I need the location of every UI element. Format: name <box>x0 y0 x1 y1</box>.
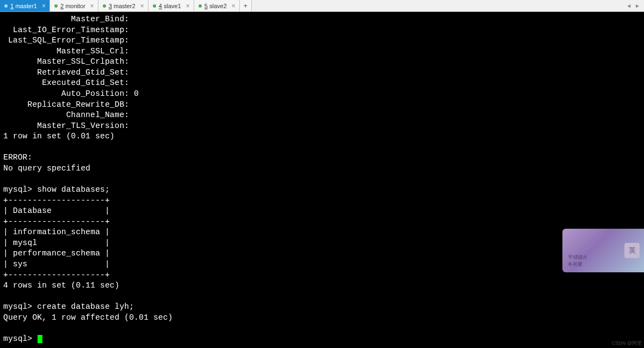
tab-label: 3 master2 <box>109 3 135 9</box>
status-dot-icon <box>4 4 8 8</box>
status-dot-icon <box>199 4 202 8</box>
ime-indicator[interactable]: 英 <box>624 243 640 258</box>
close-icon[interactable]: × <box>184 2 191 10</box>
error-message: No query specified <box>3 164 90 173</box>
badge-text: 半城烟火冬初夏 <box>568 254 587 268</box>
tab-label: 2 monitor <box>60 3 85 9</box>
tab-prev-icon[interactable]: ◄ <box>624 3 633 9</box>
tab-label: 5 slave2 <box>205 3 227 9</box>
cursor-icon <box>38 335 42 343</box>
close-icon[interactable]: × <box>230 2 237 10</box>
replication-status: Master_Bind: Last_IO_Error_Timestamp: La… <box>3 15 139 130</box>
rows-in-set: 4 rows in set (0.11 sec) <box>3 281 120 290</box>
watermark: CSDN @阿里 <box>612 340 642 347</box>
tab-label: 1 master1 <box>10 3 37 9</box>
mysql-prompt-show-databases: mysql> show databases; <box>3 185 110 194</box>
tab-monitor[interactable]: 2 monitor × <box>50 0 98 11</box>
close-icon[interactable]: × <box>139 2 146 10</box>
status-dot-icon <box>153 4 156 8</box>
tab-master1[interactable]: 1 master1 × <box>0 0 50 11</box>
databases-table: +--------------------+ | Database | +---… <box>3 196 110 279</box>
close-icon[interactable]: × <box>89 2 96 10</box>
close-icon[interactable]: × <box>40 2 47 10</box>
add-tab-button[interactable]: + <box>240 0 252 11</box>
mysql-prompt-create-database: mysql> create database lyh; <box>3 302 134 311</box>
terminal-output[interactable]: Master_Bind: Last_IO_Error_Timestamp: La… <box>0 12 644 346</box>
tab-bar: 1 master1 × 2 monitor × 3 master2 × 4 sl… <box>0 0 644 12</box>
tab-label: 4 slave1 <box>159 3 181 9</box>
status-dot-icon <box>103 4 106 8</box>
tab-master2[interactable]: 3 master2 × <box>98 0 148 11</box>
tab-nav: ◄ ► <box>624 3 644 9</box>
tab-slave1[interactable]: 4 slave1 × <box>148 0 194 11</box>
avatar-badge: 半城烟火冬初夏 英 <box>562 229 644 272</box>
error-label: ERROR: <box>3 153 32 162</box>
tab-slave2[interactable]: 5 slave2 × <box>194 0 240 11</box>
query-ok: Query OK, 1 row affected (0.01 sec) <box>3 313 173 322</box>
mysql-prompt: mysql> <box>3 334 37 343</box>
rows-in-set: 1 row in set (0.01 sec) <box>3 132 115 141</box>
tab-next-icon[interactable]: ► <box>633 3 642 9</box>
status-dot-icon <box>54 4 58 8</box>
